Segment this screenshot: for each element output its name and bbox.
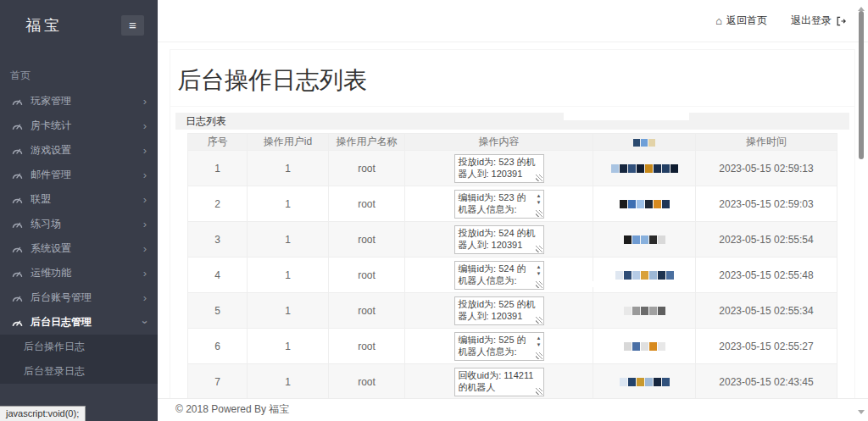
cell-uid: 1 <box>248 222 329 258</box>
cell-time: 2023-05-15 02:55:48 <box>696 258 837 293</box>
col-header-uname: 操作用户名称 <box>329 134 405 151</box>
card-body: 日志列表 序号 操作用户id 操作用户名称 操作内容 操作时间 <box>170 107 854 398</box>
cell-content: 编辑id为: 525 的机器人信息为: ▲▼ <box>405 329 593 364</box>
scrollbar-down-icon[interactable] <box>858 410 865 418</box>
sidebar-subitem-operation-log[interactable]: 后台操作日志 <box>0 335 158 359</box>
resize-grip-icon[interactable] <box>536 210 542 217</box>
operation-content-textarea[interactable]: 投放id为: 524 的机器人到: 120391 <box>454 225 544 254</box>
menu-toggle-button[interactable]: ≡ <box>121 15 144 36</box>
page-scrollbar[interactable] <box>854 0 868 421</box>
cell-redacted <box>593 293 696 329</box>
table-row: 6 1 root 编辑id为: 525 的机器人信息为: ▲▼ 2023-05-… <box>188 329 837 364</box>
sidebar-item-label: 后台账号管理 <box>31 291 143 305</box>
gauge-icon <box>12 243 23 254</box>
cell-uid: 1 <box>248 151 329 186</box>
scrollbar-thumb[interactable] <box>859 11 864 159</box>
sidebar: 福宝 ≡ 首页 玩家管理› 房卡统计› 游戏设置› 邮件管理› 联盟› 练习场› <box>0 0 158 421</box>
topbar: ⌂ 返回首页 退出登录 <box>158 0 868 42</box>
operation-content-textarea[interactable]: 编辑id为: 523 的机器人信息为: <box>454 190 544 219</box>
sidebar-item-admin-log-management[interactable]: 后台日志管理› <box>0 310 158 335</box>
gauge-icon <box>12 268 23 279</box>
panel-title: 日志列表 <box>175 113 849 130</box>
operation-content-textarea[interactable]: 回收uid为: 114211 的机器人 <box>454 368 544 396</box>
sidebar-nav: 首页 玩家管理› 房卡统计› 游戏设置› 邮件管理› 联盟› 练习场› 系统设置… <box>0 51 158 384</box>
cell-uid: 1 <box>248 364 329 399</box>
operation-content-textarea[interactable]: 投放id为: 525 的机器人到: 120391 <box>454 296 544 325</box>
sidebar-item-system-settings[interactable]: 系统设置› <box>0 236 158 261</box>
cell-redacted <box>593 151 696 186</box>
scroll-down-icon[interactable]: ▼ <box>537 342 542 347</box>
sidebar-item-player-management[interactable]: 玩家管理› <box>0 89 158 114</box>
card-header: 后台操作日志列表 <box>170 50 854 107</box>
sidebar-item-home[interactable]: 首页 <box>0 64 158 89</box>
sidebar-item-roomcard-stats[interactable]: 房卡统计› <box>0 114 158 138</box>
scroll-down-icon[interactable]: ▼ <box>537 271 542 276</box>
cell-time: 2023-05-15 02:55:27 <box>696 329 837 364</box>
resize-grip-icon[interactable] <box>536 352 542 359</box>
cell-content: 投放id为: 524 的机器人到: 120391 <box>405 222 593 258</box>
resize-grip-icon[interactable] <box>536 388 542 395</box>
col-header-redacted <box>593 134 696 151</box>
footer: © 2018 Powered By 福宝 <box>158 398 868 421</box>
status-tooltip: javascript:void(0); <box>0 406 86 421</box>
sidebar-item-label: 房卡统计 <box>31 119 143 133</box>
cell-time: 2023-05-15 02:59:03 <box>696 186 837 222</box>
sidebar-item-practice-field[interactable]: 练习场› <box>0 212 158 236</box>
redaction-overlay <box>564 107 689 120</box>
cell-time: 2023-05-15 02:59:13 <box>696 151 837 186</box>
hamburger-icon: ≡ <box>129 18 136 32</box>
table-row: 1 1 root 投放id为: 523 的机器人到: 120391 2023-0… <box>188 151 837 186</box>
sidebar-item-admin-account-management[interactable]: 后台账号管理› <box>0 285 158 310</box>
redacted-pixelation <box>620 378 670 386</box>
operation-content-textarea[interactable]: 投放id为: 523 的机器人到: 120391 <box>454 154 544 183</box>
gauge-icon <box>12 169 23 180</box>
logout-link[interactable]: 退出登录 <box>791 14 846 28</box>
resize-grip-icon[interactable] <box>536 246 542 252</box>
cell-uid: 1 <box>248 186 329 222</box>
cell-content: 编辑id为: 523 的机器人信息为: ▲▼ <box>405 186 593 222</box>
sidebar-submenu: 后台操作日志 后台登录日志 <box>0 335 158 384</box>
cell-uname: root <box>329 293 405 329</box>
cell-uname: root <box>329 186 405 222</box>
sidebar-item-alliance[interactable]: 联盟› <box>0 187 158 212</box>
chevron-right-icon: › <box>143 169 147 180</box>
table-row: 5 1 root 投放id为: 525 的机器人到: 120391 2023-0… <box>188 293 837 329</box>
sidebar-item-game-settings[interactable]: 游戏设置› <box>0 138 158 163</box>
scroll-down-icon[interactable]: ▼ <box>537 200 542 205</box>
back-home-link[interactable]: ⌂ 返回首页 <box>715 14 767 28</box>
scrollbar-up-icon[interactable] <box>858 3 865 11</box>
redacted-pixelation <box>624 235 665 244</box>
sidebar-subitem-login-log[interactable]: 后台登录日志 <box>0 359 158 384</box>
sidebar-item-label: 后台日志管理 <box>31 315 143 330</box>
cell-no: 4 <box>188 258 248 293</box>
sidebar-logo-bar: 福宝 ≡ <box>0 0 158 51</box>
sidebar-item-mail-management[interactable]: 邮件管理› <box>0 163 158 187</box>
chevron-right-icon: › <box>143 96 147 107</box>
redacted-pixelation <box>624 307 665 315</box>
col-header-uid: 操作用户id <box>248 134 329 151</box>
cell-uname: root <box>329 364 405 399</box>
cell-redacted <box>593 364 696 399</box>
cell-content: 编辑id为: 524 的机器人信息为: ▲▼ <box>405 258 593 293</box>
resize-grip-icon[interactable] <box>536 317 542 324</box>
resize-grip-icon[interactable] <box>536 281 542 288</box>
scroll-up-icon[interactable]: ▲ <box>537 193 542 198</box>
cell-no: 7 <box>188 364 248 399</box>
redacted-pixelation <box>611 164 678 173</box>
cell-uname: root <box>329 329 405 364</box>
scroll-up-icon[interactable]: ▲ <box>537 335 542 341</box>
sidebar-item-label: 运维功能 <box>31 266 143 280</box>
operation-content-textarea[interactable]: 编辑id为: 524 的机器人信息为: <box>454 261 544 290</box>
scroll-up-icon[interactable]: ▲ <box>537 264 542 269</box>
gauge-icon <box>12 96 23 107</box>
redaction-overlay <box>591 281 659 287</box>
sidebar-item-label: 系统设置 <box>31 241 143 256</box>
sidebar-item-ops-functions[interactable]: 运维功能› <box>0 261 158 285</box>
gauge-icon <box>12 317 23 328</box>
chevron-right-icon: › <box>143 219 147 230</box>
resize-grip-icon[interactable] <box>536 174 542 181</box>
operation-content-textarea[interactable]: 编辑id为: 525 的机器人信息为: <box>454 332 544 361</box>
cell-no: 6 <box>188 329 248 364</box>
cell-redacted <box>593 222 696 258</box>
cell-uid: 1 <box>248 293 329 329</box>
